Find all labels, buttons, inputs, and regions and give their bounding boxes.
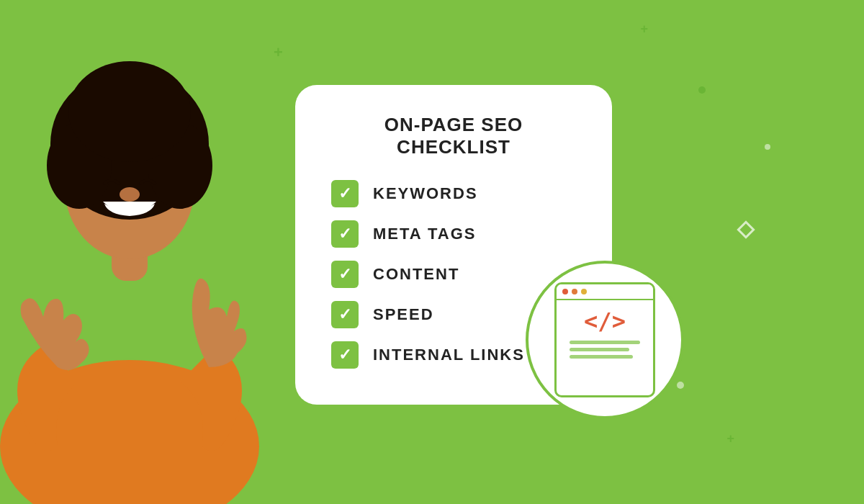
browser-dot-yellow	[581, 289, 587, 294]
list-item: ✓ CONTENT	[331, 261, 576, 288]
check-label-internal-links: INTERNAL LINKS	[373, 346, 525, 364]
check-label-meta-tags: META TAGS	[373, 225, 476, 243]
browser-window: </>	[554, 282, 655, 397]
code-window-circle: </>	[526, 261, 684, 419]
list-item: ✓ META TAGS	[331, 220, 576, 248]
check-box-keywords: ✓	[331, 180, 359, 207]
check-box-internal-links: ✓	[331, 341, 359, 369]
person-image	[0, 0, 274, 504]
browser-dot-red	[562, 289, 568, 294]
check-label-content: CONTENT	[373, 265, 459, 284]
svg-point-6	[68, 61, 191, 162]
browser-body: </>	[557, 300, 653, 366]
check-label-keywords: KEYWORDS	[373, 184, 478, 203]
check-box-meta-tags: ✓	[331, 220, 359, 248]
code-line-1	[570, 341, 640, 344]
code-line-2	[570, 348, 629, 351]
seo-checklist-card: ON-PAGE SEO CHECKLIST ✓ KEYWORDS ✓ META …	[295, 85, 612, 405]
check-box-content: ✓	[331, 261, 359, 288]
svg-point-7	[120, 187, 140, 202]
list-item: ✓ KEYWORDS	[331, 180, 576, 207]
code-line-3	[570, 355, 633, 359]
code-tag-icon: </>	[584, 307, 626, 335]
code-lines	[564, 341, 646, 359]
browser-top-bar	[557, 284, 653, 300]
check-label-speed: SPEED	[373, 305, 434, 324]
check-box-speed: ✓	[331, 301, 359, 328]
browser-dot-orange	[572, 289, 577, 294]
card-title: ON-PAGE SEO CHECKLIST	[331, 114, 576, 158]
